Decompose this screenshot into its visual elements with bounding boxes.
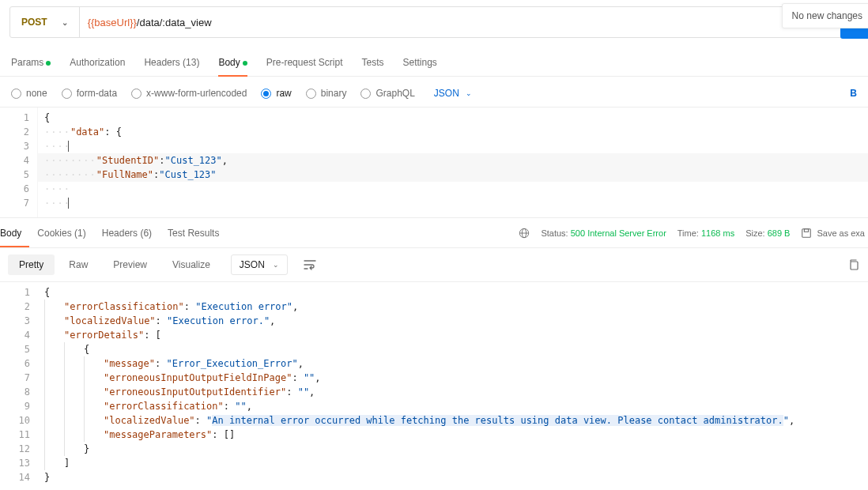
indent-dots: ········ bbox=[44, 169, 96, 180]
response-tabs: Body Cookies (1) Headers (6) Test Result… bbox=[0, 218, 868, 248]
code-token: : { bbox=[104, 126, 122, 138]
resp-value: An internal error occurred while fetchin… bbox=[212, 415, 783, 426]
status-label-text: Status: bbox=[541, 228, 568, 238]
view-row: Pretty Raw Preview Visualize JSON⌄ bbox=[0, 248, 868, 282]
request-body-editor[interactable]: 1234567 { ····"data": { ···· ········"St… bbox=[0, 107, 868, 218]
indent-dots: ········ bbox=[44, 155, 96, 166]
radio-graphql-label: GraphQL bbox=[376, 88, 414, 99]
response-format-dropdown[interactable]: JSON⌄ bbox=[231, 254, 288, 275]
save-as-example-button[interactable]: Save as exa bbox=[801, 228, 865, 239]
code-area[interactable]: { ····"data": { ···· ········"StudentID"… bbox=[38, 107, 868, 217]
content-type-label: JSON bbox=[434, 88, 459, 99]
url-path: /data/:data_view bbox=[137, 17, 212, 28]
method-value: POST bbox=[21, 17, 47, 28]
method-select[interactable]: POST ⌄ bbox=[10, 7, 80, 37]
response-body-editor[interactable]: 1234567891011121314 { "errorClassificati… bbox=[0, 282, 868, 488]
save-label: Save as exa bbox=[817, 228, 865, 238]
body-type-row: none form-data x-www-form-urlencoded raw… bbox=[0, 77, 868, 107]
line-gutter: 1234567 bbox=[0, 107, 38, 217]
code-token: : bbox=[159, 155, 164, 166]
code-token: "data" bbox=[70, 126, 104, 138]
tab-params-label: Params bbox=[11, 57, 43, 68]
text-cursor bbox=[68, 198, 69, 209]
no-changes-toast: No new changes bbox=[782, 3, 868, 28]
resp-tab-cookies[interactable]: Cookies (1) bbox=[29, 220, 93, 247]
globe-icon bbox=[519, 228, 530, 239]
chevron-down-icon: ⌄ bbox=[273, 261, 279, 269]
code-token: { bbox=[44, 112, 50, 123]
view-preview[interactable]: Preview bbox=[102, 254, 158, 275]
resp-tab-body[interactable]: Body bbox=[0, 220, 29, 247]
code-token: "StudentID" bbox=[96, 155, 159, 166]
view-pretty[interactable]: Pretty bbox=[8, 254, 55, 275]
status-label: Status: 500 Internal Server Error bbox=[541, 228, 666, 238]
request-url-bar: POST ⌄ {{baseUrl}}/data/:data_view Send bbox=[9, 6, 859, 38]
indent-dots: ···· bbox=[44, 126, 70, 138]
time-value: 1168 ms bbox=[701, 228, 734, 238]
chevron-down-icon: ⌄ bbox=[466, 89, 472, 97]
tab-prerequest[interactable]: Pre-request Script bbox=[266, 49, 343, 76]
format-label: JSON bbox=[240, 259, 265, 270]
radio-icon bbox=[62, 89, 72, 99]
content-type-dropdown[interactable]: JSON⌄ bbox=[434, 88, 472, 99]
save-icon bbox=[801, 228, 812, 239]
resp-value: [] bbox=[224, 429, 235, 440]
tab-body-label: Body bbox=[218, 57, 240, 68]
indent-dots: ···· bbox=[44, 198, 70, 209]
radio-raw[interactable]: raw bbox=[261, 88, 291, 99]
text-cursor bbox=[68, 141, 69, 152]
radio-xwww-label: x-www-form-urlencoded bbox=[146, 88, 247, 99]
view-raw[interactable]: Raw bbox=[58, 254, 99, 275]
radio-none-label: none bbox=[26, 88, 47, 99]
resp-gutter: 1234567891011121314 bbox=[0, 282, 38, 488]
radio-formdata-label: form-data bbox=[77, 88, 117, 99]
radio-formdata[interactable]: form-data bbox=[62, 88, 117, 99]
size-label: Size: 689 B bbox=[745, 228, 790, 238]
size-value: 689 B bbox=[768, 228, 791, 238]
time-label-text: Time: bbox=[677, 228, 699, 238]
dot-indicator-icon bbox=[243, 61, 247, 66]
code-token: "Cust_123" bbox=[159, 169, 216, 180]
tab-params[interactable]: Params bbox=[11, 49, 51, 76]
radio-icon bbox=[261, 89, 271, 99]
radio-raw-label: raw bbox=[276, 88, 291, 99]
radio-icon bbox=[11, 89, 21, 99]
svg-rect-3 bbox=[802, 228, 811, 237]
time-label: Time: 1168 ms bbox=[677, 228, 734, 238]
size-label-text: Size: bbox=[745, 228, 764, 238]
radio-none[interactable]: none bbox=[11, 88, 47, 99]
tab-settings[interactable]: Settings bbox=[403, 49, 437, 76]
code-token: , bbox=[222, 155, 228, 166]
radio-binary-label: binary bbox=[321, 88, 347, 99]
tab-body[interactable]: Body bbox=[218, 49, 247, 76]
radio-icon bbox=[131, 89, 142, 99]
indent-dots: ···· bbox=[44, 141, 70, 152]
code-token: "Cust_123" bbox=[165, 155, 222, 166]
radio-binary[interactable]: binary bbox=[306, 88, 347, 99]
url-variable: {{baseUrl}} bbox=[88, 17, 137, 28]
radio-xwww[interactable]: x-www-form-urlencoded bbox=[131, 88, 247, 99]
code-token: "FullName" bbox=[96, 169, 153, 180]
tab-headers[interactable]: Headers (13) bbox=[144, 49, 199, 76]
resp-value: Error_Execution_Error bbox=[172, 358, 292, 369]
svg-rect-4 bbox=[805, 228, 809, 232]
tab-tests[interactable]: Tests bbox=[361, 49, 383, 76]
radio-graphql[interactable]: GraphQL bbox=[360, 88, 414, 99]
indent-dots: ···· bbox=[44, 183, 70, 194]
radio-icon bbox=[306, 89, 316, 99]
tab-authorization[interactable]: Authorization bbox=[70, 49, 125, 76]
resp-value: Execution error. bbox=[172, 315, 264, 326]
request-tabs: Params Authorization Headers (13) Body P… bbox=[0, 49, 868, 77]
wrap-lines-button[interactable] bbox=[304, 259, 316, 270]
radio-icon bbox=[360, 89, 371, 99]
status-code: 500 Internal Server Error bbox=[571, 228, 666, 238]
copy-button[interactable] bbox=[847, 258, 860, 271]
resp-tab-headers[interactable]: Headers (6) bbox=[94, 220, 160, 247]
beautify-button[interactable]: B bbox=[850, 88, 857, 99]
view-visualize[interactable]: Visualize bbox=[161, 254, 221, 275]
dot-indicator-icon bbox=[46, 61, 51, 66]
chevron-down-icon: ⌄ bbox=[62, 18, 68, 27]
url-input[interactable]: {{baseUrl}}/data/:data_view bbox=[80, 17, 858, 28]
resp-code: { "errorClassification": "Execution erro… bbox=[38, 282, 868, 488]
resp-tab-testresults[interactable]: Test Results bbox=[160, 220, 227, 247]
